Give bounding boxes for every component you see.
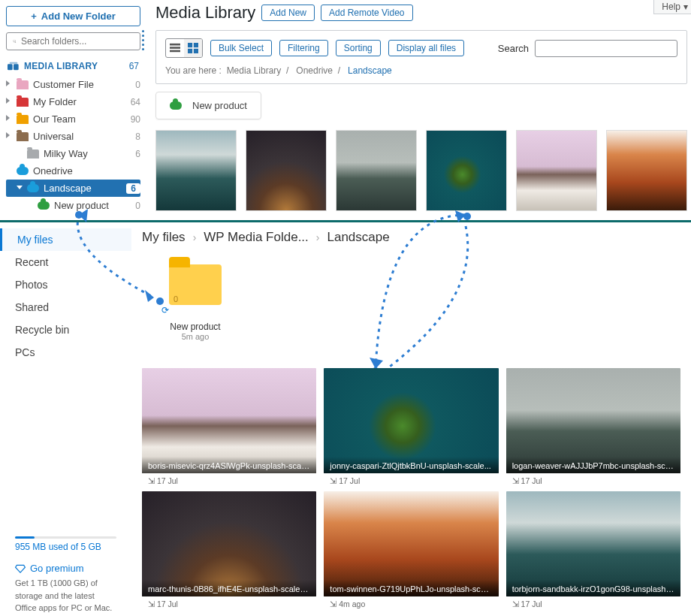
search-folders-field[interactable] — [21, 36, 134, 47]
sidebar-item-newproduct[interactable]: New product 0 — [6, 197, 140, 214]
file-meta: ⇲ 17 Jul — [330, 476, 360, 485]
file-meta: ⇲ 17 Jul — [148, 476, 178, 485]
folder-count: 90 — [126, 114, 140, 125]
od-nav-item[interactable]: My files — [0, 228, 131, 251]
media-thumbnail[interactable] — [606, 130, 687, 211]
root-label: MEDIA LIBRARY — [24, 61, 98, 71]
toolbar: Bulk Select Filtering Sorting Display al… — [155, 30, 687, 84]
display-all-button[interactable]: Display all files — [388, 40, 464, 56]
new-folder-item[interactable]: 0 ⟳ New product 5m ago — [161, 264, 229, 341]
svg-rect-0 — [8, 64, 13, 70]
file-tile[interactable]: marc-thunis-0B86_ifhE4E-unsplash-scaled-… — [142, 491, 316, 596]
premium-desc: Get 1 TB (1000 GB) of storage and the la… — [15, 577, 116, 614]
folder-count: 8 — [131, 131, 140, 142]
file-tile[interactable]: torbjorn-sandbakk-irzO1gonG98-unsplash-s… — [506, 491, 680, 596]
caret-right-icon — [6, 115, 10, 121]
search-icon — [13, 36, 17, 47]
svg-rect-9 — [194, 49, 198, 53]
sidebar-item-folder[interactable]: Universal 8 — [6, 128, 140, 145]
go-premium-link[interactable]: Go premium — [15, 563, 116, 574]
media-thumbnail[interactable] — [336, 130, 417, 211]
sidebar-item-folder[interactable]: Customer File 0 — [6, 76, 140, 93]
sorting-button[interactable]: Sorting — [336, 40, 381, 56]
caret-right-icon — [6, 80, 10, 86]
file-meta: ⇲ 17 Jul — [148, 599, 178, 608]
onedrive-nav: My filesRecentPhotosSharedRecycle binPCs — [0, 228, 131, 364]
file-name: tom-swinnen-G719UpPhLJo-unsplash-scaled-… — [324, 580, 498, 596]
svg-rect-2 — [10, 62, 18, 64]
grid-view-icon[interactable] — [184, 39, 202, 57]
add-folder-button[interactable]: + Add New Folder — [6, 6, 140, 26]
folder-name: Customer File — [33, 79, 131, 90]
caret-down-icon — [17, 186, 23, 192]
landscape-count: 6 — [126, 183, 140, 194]
filtering-button[interactable]: Filtering — [279, 40, 328, 56]
od-crumb-wpf[interactable]: WP Media Folde... — [204, 230, 309, 245]
share-icon: ⇲ — [148, 599, 155, 608]
wp-sidebar: + Add New Folder MEDIA LIBRARY 67 Custom… — [0, 0, 146, 220]
sidebar-item-folder[interactable]: Milky Way 6 — [6, 145, 140, 162]
sidebar-item-landscape[interactable]: Landscape 6 — [6, 180, 140, 197]
thumbnail-row — [155, 130, 687, 211]
sidebar-item-onedrive[interactable]: Onedrive — [6, 162, 140, 180]
root-count: 67 — [129, 61, 139, 71]
od-nav-item[interactable]: Photos — [0, 273, 131, 296]
od-nav-item[interactable]: Recent — [0, 251, 131, 273]
diamond-icon — [15, 563, 26, 574]
media-thumbnail[interactable] — [516, 130, 597, 211]
add-new-button[interactable]: Add New — [261, 5, 315, 21]
file-tile[interactable]: boris-misevic-qrz4ASlWgPk-unsplash-scale… — [142, 368, 316, 473]
landscape-label: Landscape — [44, 183, 126, 194]
folder-icon: 0 ⟳ — [169, 264, 222, 305]
folder-name: Universal — [33, 131, 131, 142]
media-library-root[interactable]: MEDIA LIBRARY 67 — [6, 58, 140, 74]
file-tile[interactable]: logan-weaver-wAJJJbP7mbc-unsplash-scaled… — [506, 368, 680, 473]
od-nav-item[interactable]: Shared — [0, 296, 131, 319]
folder-count: 6 — [131, 149, 140, 159]
crumb-current: Landscape — [348, 65, 392, 76]
folder-tree: Customer File 0 My Folder 64 Our Team 90… — [6, 76, 140, 162]
caret-right-icon — [6, 98, 10, 104]
od-crumb-myfiles[interactable]: My files — [142, 230, 186, 245]
cloud-icon — [17, 167, 29, 175]
file-tile[interactable]: jonny-caspari-ZtlQjtbkBnU-unsplash-scale… — [324, 368, 498, 473]
media-thumbnail[interactable] — [246, 130, 327, 211]
search-folders-input[interactable] — [6, 32, 140, 50]
file-name: logan-weaver-wAJJJbP7mbc-unsplash-scaled… — [506, 457, 680, 473]
file-grid: marc-thunis-0B86_ifhE4E-unsplash-scaled-… — [142, 491, 680, 596]
storage-text: 955 MB used of 5 GB — [15, 542, 101, 552]
library-icon — [8, 62, 20, 71]
sidebar-item-folder[interactable]: Our Team 90 — [6, 110, 140, 128]
view-toggle[interactable] — [165, 38, 203, 58]
folder-chip-newproduct[interactable]: New product — [155, 92, 261, 119]
od-nav-item[interactable]: Recycle bin — [0, 319, 131, 341]
share-icon: ⇲ — [148, 476, 155, 485]
crumb-media-library[interactable]: Media Library — [227, 65, 282, 76]
od-nav-item[interactable]: PCs — [0, 341, 131, 364]
media-thumbnail[interactable] — [155, 130, 237, 211]
svg-rect-3 — [170, 44, 180, 46]
media-thumbnail[interactable] — [426, 130, 507, 211]
resize-handle[interactable] — [142, 30, 144, 50]
help-dropdown[interactable]: Help ▾ — [653, 0, 691, 14]
share-icon: ⇲ — [512, 476, 519, 485]
svg-rect-8 — [188, 49, 192, 53]
crumb-prefix: You are here : — [165, 65, 222, 76]
file-tile[interactable]: tom-swinnen-G719UpPhLJo-unsplash-scaled-… — [324, 491, 498, 596]
cloud-icon — [27, 184, 39, 192]
add-remote-video-button[interactable]: Add Remote Video — [321, 5, 413, 21]
bulk-select-button[interactable]: Bulk Select — [210, 40, 272, 56]
folder-icon — [17, 115, 29, 124]
file-name: boris-misevic-qrz4ASlWgPk-unsplash-scale… — [142, 457, 316, 473]
premium-label: Go premium — [30, 563, 84, 574]
onedrive-label: Onedrive — [33, 165, 140, 177]
crumb-onedrive[interactable]: Onedrive — [296, 65, 333, 76]
file-meta: ⇲ 4m ago — [330, 599, 365, 608]
newproduct-label: New product — [54, 200, 131, 211]
wp-main: Help ▾ Media Library Add New Add Remote … — [146, 0, 691, 220]
folder-icon — [17, 132, 29, 141]
media-search-input[interactable] — [535, 40, 677, 57]
list-view-icon[interactable] — [166, 39, 184, 57]
sidebar-item-folder[interactable]: My Folder 64 — [6, 93, 140, 110]
folder-count: 64 — [126, 97, 140, 107]
